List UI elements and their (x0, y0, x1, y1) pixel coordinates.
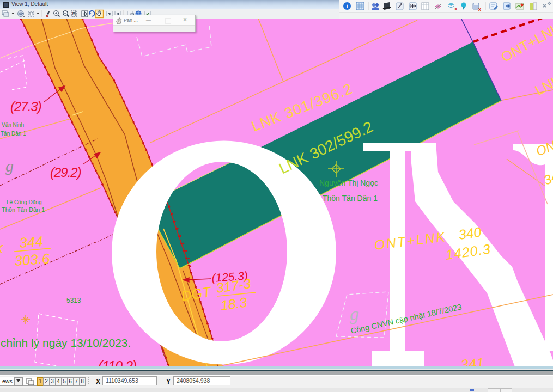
svg-text:x: x (454, 6, 457, 11)
svg-text:(27.3): (27.3) (10, 99, 41, 114)
svg-text:Vân Ninh: Vân Ninh (2, 122, 24, 128)
svg-text:g: g (5, 157, 14, 175)
svg-text:5313: 5313 (66, 297, 81, 304)
svg-text:x: x (478, 7, 481, 12)
svg-text:(29.2): (29.2) (50, 165, 81, 180)
svg-text:g: g (350, 304, 359, 324)
svg-text:chỉnh lý ngày 13/10/2023.: chỉnh lý ngày 13/10/2023. (1, 336, 131, 349)
svg-text:Tân Dân 1: Tân Dân 1 (1, 131, 26, 137)
svg-text:Thôn Tân Dân 1: Thôn Tân Dân 1 (323, 194, 378, 203)
svg-text:i: i (346, 3, 348, 9)
svg-text:344: 344 (19, 233, 43, 251)
svg-text:303.6: 303.6 (14, 250, 51, 269)
svg-text:340: 340 (458, 224, 482, 242)
svg-text:Lê Công Dũng: Lê Công Dũng (7, 199, 42, 205)
svg-text:Nguyễn Thị Ngọc: Nguyễn Thị Ngọc (319, 179, 378, 187)
svg-text:Thôn Tân Dân 1: Thôn Tân Dân 1 (2, 206, 45, 213)
svg-text:R: R (72, 11, 76, 16)
